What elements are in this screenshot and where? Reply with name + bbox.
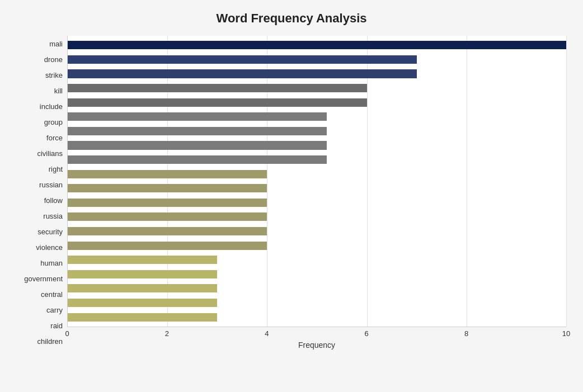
- y-label: carry: [46, 306, 63, 314]
- bar: [68, 256, 217, 264]
- bar-row: [68, 53, 566, 67]
- bar: [68, 141, 327, 149]
- bar: [68, 199, 267, 207]
- bar-row: [68, 267, 566, 282]
- bar: [68, 84, 367, 92]
- bar-row: [68, 67, 566, 81]
- y-label: kill: [54, 87, 63, 95]
- y-label: strike: [45, 72, 63, 79]
- bar-row: [68, 124, 566, 139]
- bar: [68, 55, 417, 64]
- y-label: include: [40, 103, 63, 110]
- bar-row: [68, 153, 566, 167]
- x-tick: 0: [65, 329, 69, 338]
- y-label: raid: [50, 322, 63, 329]
- y-label: violence: [36, 244, 63, 251]
- bar-row: [68, 196, 566, 210]
- bar-row: [68, 281, 566, 296]
- y-label: government: [24, 275, 63, 282]
- bar-row: [68, 224, 566, 239]
- y-label: russia: [43, 212, 63, 220]
- bar-row: [68, 95, 566, 110]
- x-tick: 8: [464, 329, 468, 338]
- y-axis: malidronestrikekillincludegroupforcecivi…: [17, 36, 67, 350]
- bar-row: [68, 181, 566, 196]
- x-tick: 2: [165, 329, 169, 338]
- bar-row: [68, 138, 566, 153]
- bar-row: [68, 238, 566, 253]
- bar: [68, 112, 327, 121]
- y-label: central: [41, 291, 63, 298]
- bar: [68, 69, 417, 78]
- bar-row: [68, 167, 566, 181]
- y-label: force: [46, 134, 63, 141]
- chart-container: Word Frequency Analysis malidronestrikek…: [0, 0, 583, 392]
- bar: [68, 313, 217, 322]
- bars-list: [68, 36, 566, 327]
- chart-area: malidronestrikekillincludegroupforcecivi…: [17, 36, 566, 350]
- x-tick: 10: [562, 329, 570, 338]
- y-label: right: [49, 166, 63, 173]
- y-label: russian: [39, 181, 63, 188]
- bar: [68, 299, 217, 307]
- bars-and-xaxis: 0246810 Frequency: [67, 36, 566, 350]
- bar: [68, 127, 327, 135]
- x-axis: 0246810 Frequency: [67, 327, 566, 350]
- y-label: drone: [44, 56, 63, 63]
- bar: [68, 155, 327, 164]
- bar-row: [68, 296, 566, 310]
- y-label: civilians: [37, 150, 63, 157]
- bar: [68, 270, 217, 278]
- x-tick: 4: [265, 329, 269, 338]
- bar-row: [68, 310, 566, 324]
- bar: [68, 170, 267, 178]
- y-label: human: [40, 259, 63, 267]
- chart-title: Word Frequency Analysis: [17, 11, 566, 26]
- y-label: follow: [44, 197, 63, 204]
- y-label: security: [37, 228, 63, 235]
- bar-row: [68, 110, 566, 124]
- x-tick: 6: [365, 329, 369, 338]
- bar: [68, 227, 267, 235]
- grid-line: [566, 36, 567, 327]
- bar: [68, 98, 367, 107]
- bar: [68, 184, 267, 192]
- y-label: mali: [49, 40, 63, 48]
- bar: [68, 242, 267, 250]
- y-label: group: [44, 119, 63, 126]
- y-label: children: [37, 338, 63, 345]
- bars-area: [67, 36, 566, 327]
- bar: [68, 41, 566, 49]
- bar-row: [68, 38, 566, 53]
- bar-row: [68, 210, 566, 224]
- x-axis-label: Frequency: [67, 341, 566, 350]
- bar: [68, 284, 217, 292]
- bar-row: [68, 81, 566, 96]
- bar-row: [68, 253, 566, 267]
- bar: [68, 212, 267, 221]
